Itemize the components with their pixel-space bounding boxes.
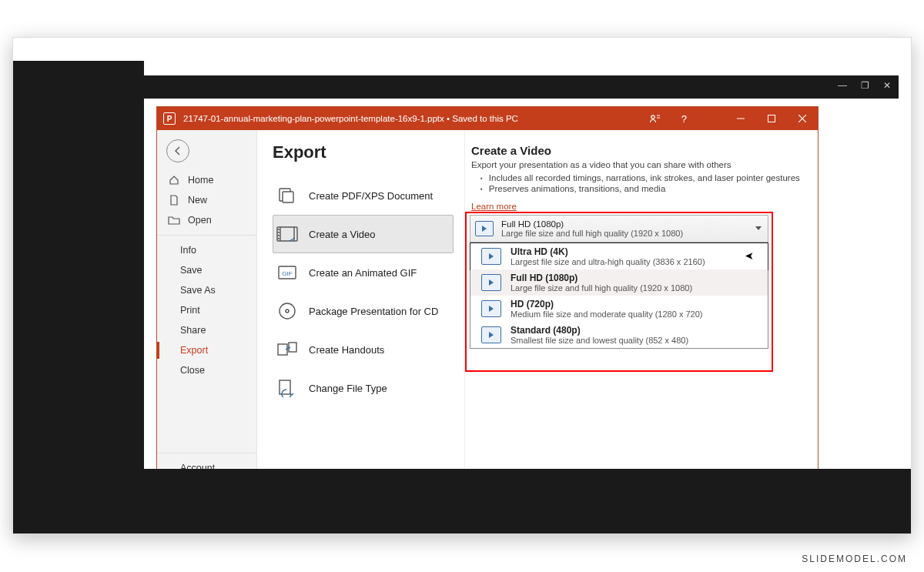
monitor-icon xyxy=(481,300,501,317)
powerpoint-window: P 21747-01-annual-marketing-plan-powerpo… xyxy=(157,107,818,506)
main-content: Export Create PDF/XPS Document Create a … xyxy=(257,130,818,506)
detail-heading: Create a Video xyxy=(471,144,818,157)
export-handouts-option[interactable]: Create Handouts xyxy=(273,330,454,369)
svg-point-10 xyxy=(278,229,279,230)
export-filetype-label: Change File Type xyxy=(309,383,387,394)
export-handouts-label: Create Handouts xyxy=(309,344,384,356)
export-filetype-option[interactable]: Change File Type xyxy=(273,369,454,407)
svg-text:GIF: GIF xyxy=(282,270,292,277)
mouse-cursor-icon: ➤ xyxy=(745,249,754,262)
monitor-icon xyxy=(475,221,494,236)
handouts-icon xyxy=(276,340,298,359)
gif-icon: GIF xyxy=(276,263,298,282)
quality-option-desc: Large file size and full high quality (1… xyxy=(511,283,692,293)
quality-option-desc: Smallest file size and lowest quality (8… xyxy=(511,336,688,345)
nav-close-label: Close xyxy=(180,365,205,376)
nav-save-as-label: Save As xyxy=(180,285,216,296)
desktop-bottom-strip xyxy=(13,469,911,534)
svg-point-16 xyxy=(280,303,295,319)
quality-option-480p[interactable]: Standard (480p) Smallest file size and l… xyxy=(470,322,768,348)
svg-rect-20 xyxy=(280,380,290,394)
backstage-sidebar: Home New Open Info Save Save As Print xyxy=(157,130,257,506)
detail-bullet: Preserves animations, transitions, and m… xyxy=(480,183,818,194)
svg-point-12 xyxy=(278,236,279,236)
svg-rect-6 xyxy=(283,192,293,202)
os-close-icon[interactable]: ✕ xyxy=(883,80,891,91)
window-maximize-button[interactable] xyxy=(756,107,787,130)
nav-close[interactable]: Close xyxy=(157,360,256,380)
back-button[interactable] xyxy=(166,139,189,162)
dropdown-selected-desc: Large file size and full high quality (1… xyxy=(501,229,683,238)
video-icon xyxy=(276,225,298,243)
monitor-icon xyxy=(481,326,501,343)
help-icon[interactable]: ? xyxy=(681,113,687,125)
quality-option-720p[interactable]: HD (720p) Medium file size and moderate … xyxy=(470,296,768,322)
export-cd-option[interactable]: Package Presentation for CD xyxy=(273,292,454,330)
screenshot-frame: — ❐ ✕ P 21747-01-annual-marketing-plan-p… xyxy=(12,37,912,534)
nav-save[interactable]: Save xyxy=(157,260,256,280)
svg-point-11 xyxy=(278,232,279,233)
nav-info[interactable]: Info xyxy=(157,240,256,260)
filetype-icon xyxy=(276,379,298,397)
quality-option-4k[interactable]: Ultra HD (4K) Largest file size and ultr… xyxy=(470,243,768,269)
svg-point-17 xyxy=(286,309,289,313)
desktop-left-strip xyxy=(13,61,144,469)
video-quality-dropdown[interactable]: Full HD (1080p) Large file size and full… xyxy=(470,215,768,243)
nav-open[interactable]: Open xyxy=(157,210,256,230)
export-detail-column: Create a Video Export your presentation … xyxy=(465,130,818,506)
nav-export-label: Export xyxy=(180,345,208,356)
learn-more-link[interactable]: Learn more xyxy=(471,202,517,211)
save-status: Saved to this PC xyxy=(452,114,518,123)
app-titlebar: P 21747-01-annual-marketing-plan-powerpo… xyxy=(157,107,818,130)
nav-new[interactable]: New xyxy=(157,190,256,210)
quality-option-1080p[interactable]: Full HD (1080p) Large file size and full… xyxy=(470,269,768,296)
watermark-text: SLIDEMODEL.COM xyxy=(802,554,907,564)
document-filename: 21747-01-annual-marketing-plan-powerpoin… xyxy=(183,114,444,123)
nav-share[interactable]: Share xyxy=(157,320,256,340)
quality-option-title: Ultra HD (4K) xyxy=(511,246,705,257)
outer-os-titlebar: — ❐ ✕ xyxy=(26,75,899,99)
nav-save-label: Save xyxy=(180,265,203,276)
export-options-column: Export Create PDF/XPS Document Create a … xyxy=(257,130,465,506)
export-video-option[interactable]: Create a Video xyxy=(273,215,454,253)
quality-option-title: HD (720p) xyxy=(511,299,702,309)
coming-soon-icon[interactable] xyxy=(649,112,661,125)
nav-info-label: Info xyxy=(180,245,196,256)
annotation-highlight-box: Full HD (1080p) Large file size and full… xyxy=(465,212,773,372)
video-quality-dropdown-list: Ultra HD (4K) Largest file size and ultr… xyxy=(470,243,768,349)
nav-print-label: Print xyxy=(180,305,200,316)
monitor-icon xyxy=(481,248,501,265)
export-gif-option[interactable]: GIF Create an Animated GIF xyxy=(273,253,454,292)
window-close-button[interactable] xyxy=(787,107,818,130)
dropdown-selected-title: Full HD (1080p) xyxy=(501,219,683,229)
nav-home-label: Home xyxy=(188,175,213,186)
nav-new-label: New xyxy=(188,195,207,206)
new-icon xyxy=(168,195,180,206)
export-pdf-option[interactable]: Create PDF/XPS Document xyxy=(273,176,454,215)
nav-open-label: Open xyxy=(188,215,212,226)
os-minimize-icon[interactable]: — xyxy=(838,80,847,91)
window-minimize-button[interactable] xyxy=(725,107,756,130)
quality-option-desc: Medium file size and moderate quality (1… xyxy=(511,309,702,319)
quality-option-desc: Largest file size and ultra-high quality… xyxy=(511,257,705,266)
svg-point-13 xyxy=(278,239,279,239)
cd-icon xyxy=(276,302,298,320)
pdf-icon xyxy=(276,186,298,205)
quality-option-title: Full HD (1080p) xyxy=(511,273,692,283)
detail-subtitle: Export your presentation as a video that… xyxy=(471,160,818,169)
nav-print[interactable]: Print xyxy=(157,300,256,320)
svg-rect-2 xyxy=(768,115,775,122)
open-icon xyxy=(168,215,180,226)
page-title: Export xyxy=(273,142,464,162)
nav-save-as[interactable]: Save As xyxy=(157,280,256,300)
nav-export[interactable]: Export xyxy=(157,340,256,360)
detail-bullet: Includes all recorded timings, narration… xyxy=(480,172,818,183)
monitor-icon xyxy=(481,274,501,291)
nav-home[interactable]: Home xyxy=(157,170,256,190)
export-gif-label: Create an Animated GIF xyxy=(309,267,417,279)
nav-share-label: Share xyxy=(180,325,206,336)
export-video-label: Create a Video xyxy=(309,229,376,240)
os-maximize-icon[interactable]: ❐ xyxy=(861,80,869,91)
chevron-down-icon xyxy=(755,226,762,230)
export-pdf-label: Create PDF/XPS Document xyxy=(309,190,433,202)
